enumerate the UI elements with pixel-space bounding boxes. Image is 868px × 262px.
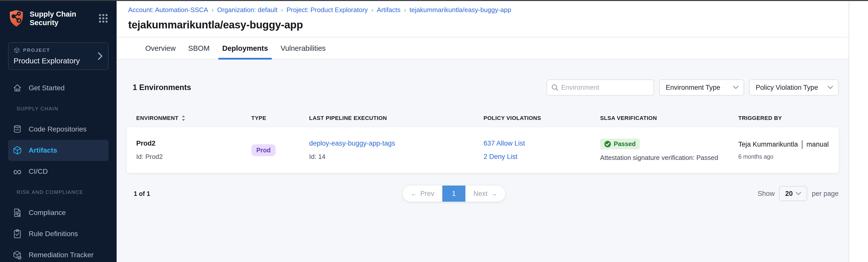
project-label: PROJECT: [23, 48, 50, 53]
tab-overview[interactable]: Overview: [145, 37, 176, 59]
environments-count-heading: 1 Environments: [133, 83, 191, 92]
svg-text:</>: </>: [15, 128, 19, 131]
column-label: TRIGGERED BY: [738, 115, 782, 121]
app-root: Supply Chain Security PROJECT Product Ex…: [0, 1, 868, 262]
show-label: Show: [758, 190, 775, 198]
slsa-status-badge: Passed: [600, 139, 640, 149]
per-page-control: Show 20 per page: [758, 186, 839, 201]
page-title: tejakummarikuntla/easy-buggy-app: [117, 14, 849, 31]
separator: [802, 140, 802, 149]
filter-dropdown-environment-type[interactable]: Environment Type: [659, 80, 744, 95]
column-header-last-pipeline-execution: LAST PIPELINE EXECUTION: [309, 115, 484, 122]
infinity-icon: ∞: [12, 166, 23, 177]
project-cube-icon: [13, 47, 20, 54]
sidebar-item-ci-cd[interactable]: ∞CI/CD: [0, 161, 117, 182]
chevron-down-icon: [796, 192, 801, 195]
breadcrumb-separator-icon: ›: [281, 6, 283, 13]
page-number-button[interactable]: 1: [442, 185, 465, 202]
remediation-icon: [12, 250, 23, 260]
type-cell: Prod: [251, 144, 309, 156]
page-size-select[interactable]: 20: [779, 186, 807, 201]
sidebar-item-get-started[interactable]: Get Started: [0, 78, 117, 98]
pipeline-id: Id: 14: [309, 153, 484, 161]
column-header-environment[interactable]: ENVIRONMENT: [136, 115, 251, 122]
project-name: Product Exploratory: [13, 57, 103, 65]
environment-search[interactable]: [547, 80, 654, 95]
shield-logo-icon: [8, 9, 25, 27]
page-summary: 1 of 1: [134, 190, 150, 197]
tab-sbom[interactable]: SBOM: [188, 37, 210, 59]
pagination: 1 of 1 ← Prev 1 Next → Show 20: [127, 185, 839, 202]
column-label: TYPE: [251, 115, 266, 121]
sidebar-item-label: Code Repositories: [29, 125, 87, 133]
table-row[interactable]: Prod2 Id: Prod2 Prod deploy-easy-buggy-a…: [127, 127, 839, 173]
filter-label: Environment Type: [666, 84, 720, 91]
sidebar-item-label: Get Started: [29, 84, 65, 92]
sidebar: Supply Chain Security PROJECT Product Ex…: [0, 1, 117, 262]
tab-deployments[interactable]: Deployments: [222, 37, 269, 59]
toolbar-filters: Environment TypePolicy Violation Type: [547, 80, 839, 95]
breadcrumb-link-tejakummarikuntla-easy-buggy-app[interactable]: tejakummarikuntla/easy-buggy-app: [410, 6, 512, 14]
breadcrumb-link-artifacts[interactable]: Artifacts: [377, 6, 401, 14]
pipeline-cell: deploy-easy-buggy-app-tags Id: 14: [309, 140, 484, 161]
deny-list-link[interactable]: 2 Deny List: [484, 153, 600, 161]
filter-dropdown-policy-violation-type[interactable]: Policy Violation Type: [749, 80, 839, 95]
environment-id: Id: Prod2: [136, 153, 251, 161]
pipeline-link[interactable]: deploy-easy-buggy-app-tags: [309, 140, 484, 147]
home-icon: [12, 83, 23, 93]
sort-icon[interactable]: [181, 115, 186, 122]
sidebar-section-risk-and-compliance: RISK AND COMPLIANCE: [0, 182, 117, 202]
search-icon: [551, 84, 559, 91]
sidebar-nav: Get StartedSUPPLY CHAIN</>Code Repositor…: [0, 78, 117, 262]
trigger-mode: manual: [806, 141, 829, 148]
cube-icon: [12, 145, 23, 156]
arrow-right-icon: →: [491, 190, 497, 198]
sidebar-item-label: Artifacts: [29, 146, 57, 154]
tab-vulnerabilities[interactable]: Vulnerabilities: [280, 37, 326, 59]
next-page-button[interactable]: Next →: [465, 185, 505, 202]
environment-type-badge: Prod: [251, 144, 276, 156]
column-header-type: TYPE: [251, 115, 309, 122]
breadcrumb-separator-icon: ›: [212, 6, 214, 13]
column-header-slsa-verification: SLSA VERIFICATION: [600, 115, 738, 122]
breadcrumb-link-organization-default[interactable]: Organization: default: [217, 6, 277, 14]
column-label: POLICY VIOLATIONS: [484, 115, 541, 121]
rules-icon: [12, 229, 23, 239]
sidebar-section-supply-chain: SUPPLY CHAIN: [0, 98, 117, 119]
project-selector[interactable]: PROJECT Product Exploratory: [8, 42, 108, 70]
page-header: Account: Automation-SSCA›Organization: d…: [117, 1, 849, 60]
sidebar-item-artifacts[interactable]: Artifacts: [8, 140, 108, 161]
toolbar: 1 Environments Environment TypePolicy Vi…: [127, 80, 839, 95]
allow-list-link[interactable]: 637 Allow List: [484, 140, 600, 147]
breadcrumb-link-account-automation-ssca[interactable]: Account: Automation-SSCA: [128, 6, 208, 14]
sidebar-item-code-repositories[interactable]: </>Code Repositories: [0, 119, 117, 140]
tab-bar: OverviewSBOMDeploymentsVulnerabilities: [117, 37, 849, 60]
column-label: LAST PIPELINE EXECUTION: [309, 115, 387, 121]
environment-search-input[interactable]: [561, 84, 650, 91]
sidebar-item-rule-definitions[interactable]: Rule Definitions: [0, 223, 117, 244]
environment-cell: Prod2 Id: Prod2: [136, 140, 251, 161]
triggered-by-user: Teja Kummarikuntla: [738, 141, 798, 148]
table-header: ENVIRONMENTTYPELAST PIPELINE EXECUTIONPO…: [127, 115, 839, 122]
right-gutter: [849, 1, 868, 262]
filter-label: Policy Violation Type: [756, 84, 818, 91]
attestation-detail: Attestation signature verification: Pass…: [600, 154, 738, 162]
prev-page-button[interactable]: ← Prev: [403, 185, 442, 202]
sidebar-item-label: Rule Definitions: [29, 230, 78, 238]
breadcrumb-separator-icon: ›: [404, 6, 406, 13]
app-grid-icon[interactable]: [98, 13, 108, 24]
breadcrumb-link-project-product-exploratory[interactable]: Project: Product Exploratory: [286, 6, 368, 14]
filter-dropdowns: Environment TypePolicy Violation Type: [659, 80, 839, 95]
chevron-right-icon: [97, 52, 103, 60]
policy-violations-cell: 637 Allow List 2 Deny List: [484, 140, 600, 161]
sidebar-item-compliance[interactable]: Compliance: [0, 202, 117, 223]
sidebar-item-remediation-tracker[interactable]: Remediation Tracker: [0, 244, 117, 262]
sidebar-item-label: Remediation Tracker: [29, 251, 93, 259]
main-area: Account: Automation-SSCA›Organization: d…: [117, 1, 849, 262]
brand-name: Supply Chain Security: [30, 10, 76, 27]
column-label: SLSA VERIFICATION: [600, 115, 657, 121]
brand: Supply Chain Security: [0, 1, 117, 27]
slsa-status-text: Passed: [614, 140, 636, 148]
environment-name: Prod2: [136, 140, 251, 147]
column-label: ENVIRONMENT: [136, 115, 179, 121]
